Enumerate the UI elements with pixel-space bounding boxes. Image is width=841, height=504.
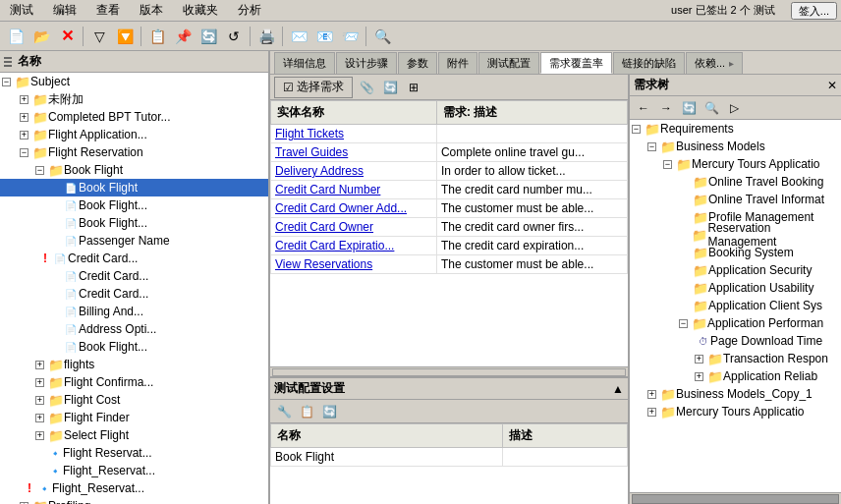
sign-in-button[interactable]: 签入... <box>791 2 837 20</box>
mail-button[interactable]: ✉️ <box>287 25 310 48</box>
expand-rt-mercury2[interactable]: + <box>647 408 656 417</box>
tree-credit3[interactable]: 📄 Credit Card... <box>0 285 268 303</box>
tab-deps[interactable]: 依赖...▸ <box>686 52 743 74</box>
rt-mercury-app[interactable]: − 📁 Mercury Tours Applicatio <box>630 155 841 173</box>
rt-search-btn[interactable]: 🔍 <box>701 99 721 117</box>
mail2-button[interactable]: 📧 <box>312 25 336 48</box>
expand-flights[interactable]: + <box>35 361 44 369</box>
tc-btn3[interactable]: 🔄 <box>319 403 339 420</box>
tree-unfiled[interactable]: + 📁 未附加 <box>0 90 268 108</box>
expand-flight-cost[interactable]: + <box>35 396 44 405</box>
open-button[interactable]: 📂 <box>29 25 53 48</box>
tree-flight-confirm[interactable]: + 📁 Flight Confirma... <box>0 373 268 391</box>
tree-billing[interactable]: 📄 Billing And... <box>0 303 268 320</box>
tree-flight-res[interactable]: − 📁 Flight Reservation <box>0 143 268 161</box>
refresh-button[interactable]: 🔄 <box>196 25 220 48</box>
rt-business[interactable]: − 📁 Business Models <box>630 138 841 155</box>
expand-bpt[interactable]: + <box>20 113 28 122</box>
rt-app-perf[interactable]: − 📁 Application Performan <box>630 314 841 332</box>
rt-forward-btn[interactable]: → <box>656 99 676 117</box>
tree-bpt[interactable]: + 📁 Completed BPT Tutor... <box>0 108 268 126</box>
rt-app-client[interactable]: 📁 Application Client Sys <box>630 297 841 314</box>
tree-subject[interactable]: − 📁 Subject <box>0 73 268 90</box>
tree-flight-res3[interactable]: ! 🔹 Flight_Reservat... <box>0 479 268 497</box>
add-req-button[interactable]: 📎 <box>357 79 376 96</box>
expand-rt-perf[interactable]: − <box>679 319 688 328</box>
req-link-3[interactable]: Delivery Address <box>275 164 364 178</box>
rt-app-usability[interactable]: 📁 Application Usability <box>630 279 841 297</box>
expand-unfiled[interactable]: + <box>20 95 28 104</box>
expand-flight-finder[interactable]: + <box>35 414 44 422</box>
rt-reservation[interactable]: 📁 Reservation Management <box>630 226 841 244</box>
tree-select-flight[interactable]: + 📁 Select Flight <box>0 426 268 444</box>
mail3-button[interactable]: 📨 <box>338 25 362 48</box>
tab-attach[interactable]: 附件 <box>438 52 477 74</box>
tab-testconfig[interactable]: 测试配置 <box>478 52 539 74</box>
menu-favorites[interactable]: 收藏夹 <box>177 0 224 21</box>
filter2-button[interactable]: 🔽 <box>113 25 137 48</box>
close-req-tree[interactable]: ✕ <box>827 79 837 92</box>
tree-book-flight2[interactable]: 📄 Book Flight <box>0 179 268 196</box>
tree-credit2[interactable]: 📄 Credit Card... <box>0 267 268 285</box>
rt-page-dl[interactable]: ⏱ Page Download Time <box>630 332 841 350</box>
expand-rt-req[interactable]: − <box>632 125 641 134</box>
tree-passenger[interactable]: 📄 Passenger Name <box>0 232 268 250</box>
expand-rt-bm-copy[interactable]: + <box>647 390 656 399</box>
rt-mercury-app2[interactable]: + 📁 Mercury Tours Applicatio <box>630 403 841 420</box>
tab-details[interactable]: 详细信息 <box>274 52 335 74</box>
tree-flight-app[interactable]: + 📁 Flight Application... <box>0 126 268 143</box>
rt-horiz-scroll[interactable] <box>630 492 841 504</box>
refresh-req-button[interactable]: 🔄 <box>380 79 400 96</box>
menu-analysis[interactable]: 分析 <box>232 0 267 21</box>
tree-flight-res1[interactable]: 🔹 Flight Reservat... <box>0 444 268 462</box>
tree-flight-finder[interactable]: + 📁 Flight Finder <box>0 409 268 426</box>
expand-flight-app[interactable]: + <box>20 131 28 140</box>
req-link-1[interactable]: Flight Tickets <box>275 127 344 140</box>
paste-button[interactable]: 📌 <box>171 25 195 48</box>
print-button[interactable]: 🖨️ <box>254 25 278 48</box>
copy-button[interactable]: 📋 <box>145 25 169 48</box>
rt-refresh-btn[interactable]: 🔄 <box>679 99 699 117</box>
menu-edit[interactable]: 编辑 <box>47 0 83 21</box>
expand-rt-mercury[interactable]: − <box>663 160 672 169</box>
rt-requirements[interactable]: − 📁 Requirements <box>630 120 841 138</box>
tab-coverage[interactable]: 需求覆盖率 <box>540 52 612 74</box>
menu-version[interactable]: 版本 <box>134 0 169 21</box>
tree-book-flight3[interactable]: 📄 Book Flight... <box>0 196 268 214</box>
req-link-2[interactable]: Travel Guides <box>275 145 348 159</box>
expand-flight-confirm[interactable]: + <box>35 378 44 387</box>
tree-flights[interactable]: + 📁 flights <box>0 356 268 373</box>
expand-book-flight[interactable]: − <box>35 166 44 175</box>
collapse-btn[interactable]: ▲ <box>612 382 624 396</box>
expand-flight-res[interactable]: − <box>20 148 28 157</box>
tree-book-flight[interactable]: − 📁 Book Flight <box>0 161 268 179</box>
rt-app-security[interactable]: 📁 Application Security <box>630 261 841 279</box>
find-button[interactable]: 🔍 <box>370 25 394 48</box>
tab-design[interactable]: 设计步骤 <box>336 52 397 74</box>
new-button[interactable]: 📄 <box>4 25 28 48</box>
rt-back-btn[interactable]: ← <box>634 99 653 117</box>
req-link-4[interactable]: Credit Card Number <box>275 183 380 196</box>
rt-filter-btn[interactable]: ▷ <box>724 99 744 117</box>
filter-button[interactable]: ▽ <box>87 25 111 48</box>
req-link-7[interactable]: Credit Card Expiratio... <box>275 239 394 252</box>
expand-select-flight[interactable]: + <box>35 431 44 440</box>
select-req-button[interactable]: ☑ 选择需求 <box>274 77 353 98</box>
rt-transaction[interactable]: + 📁 Transaction Respon <box>630 350 841 367</box>
req-link-6[interactable]: Credit Card Owner <box>275 220 373 234</box>
tab-defects[interactable]: 链接的缺陷 <box>613 52 685 74</box>
req-link-5[interactable]: Credit Card Owner Add... <box>275 201 407 215</box>
expand-subject[interactable]: − <box>2 78 11 86</box>
tree-flight-res2[interactable]: 🔹 Flight_Reservat... <box>0 462 268 479</box>
grid-button[interactable]: ⊞ <box>404 79 423 96</box>
expand-rt-reliab[interactable]: + <box>695 372 703 381</box>
tree-profiling[interactable]: + 📁 Profiling <box>0 497 268 504</box>
tc-btn2[interactable]: 📋 <box>297 403 316 420</box>
tree-flight-cost[interactable]: + 📁 Flight Cost <box>0 391 268 409</box>
refresh2-button[interactable]: ↺ <box>222 25 246 48</box>
req-link-8[interactable]: View Reservations <box>275 257 372 271</box>
tc-btn1[interactable]: 🔧 <box>274 403 294 420</box>
tree-credit1[interactable]: ! 📄 Credit Card... <box>0 250 268 267</box>
horiz-scroll[interactable] <box>270 366 628 376</box>
menu-test[interactable]: 测试 <box>4 0 39 21</box>
